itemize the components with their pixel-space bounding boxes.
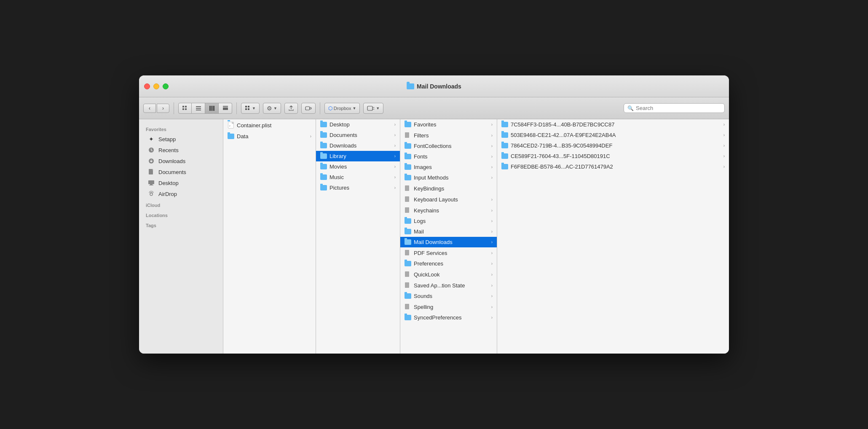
airdrop-icon <box>147 190 155 198</box>
plist-icon: p <box>228 121 234 129</box>
locations-section-title: Locations <box>139 209 223 220</box>
action-button[interactable]: ⚙ ▼ <box>263 103 281 114</box>
list-item-selected[interactable]: Library › <box>316 151 400 161</box>
list-item[interactable]: Sounds › <box>400 291 497 301</box>
list-item[interactable]: Input Methods › <box>400 172 497 183</box>
column-view-button[interactable] <box>205 103 219 114</box>
finder-window: Mail Downloads ‹ › <box>139 75 729 354</box>
folder-icon <box>320 185 327 190</box>
svg-rect-5 <box>196 108 201 109</box>
sidebar-item-airdrop[interactable]: AirDrop <box>141 188 221 199</box>
plain-icon <box>405 282 411 289</box>
list-item[interactable]: QuickLook › <box>400 269 497 280</box>
chevron-icon: › <box>491 240 493 244</box>
folder-icon <box>320 132 327 138</box>
list-item[interactable]: CE589F21-7604-43...5F-11045D80191C › <box>497 151 729 161</box>
list-item[interactable]: Keychains › <box>400 205 497 216</box>
list-item[interactable]: F6F8EDBE-B578-46...AC-21D7761479A2 › <box>497 161 729 172</box>
sidebar-item-documents[interactable]: Documents <box>141 166 221 177</box>
sidebar-item-recents-label: Recents <box>158 147 179 153</box>
toolbar-separator-3 <box>320 102 320 114</box>
list-item[interactable]: p Container.plist <box>223 119 316 131</box>
item-label: Downloads <box>330 142 356 149</box>
svg-rect-14 <box>245 108 247 110</box>
list-item[interactable]: Fonts › <box>400 151 497 162</box>
list-item[interactable]: Images › <box>400 162 497 172</box>
coverflow-view-button[interactable] <box>219 103 232 114</box>
item-label: Input Methods <box>414 174 448 181</box>
group-by-button[interactable]: ▼ <box>241 103 260 114</box>
plain-icon <box>405 185 411 192</box>
svg-rect-15 <box>248 108 249 110</box>
sidebar-item-desktop-label: Desktop <box>158 180 179 186</box>
chevron-icon: › <box>491 165 493 169</box>
sidebar: Favorites ✦ Setapp Recents <box>139 119 223 354</box>
item-label: Music <box>330 174 344 180</box>
sidebar-item-downloads-label: Downloads <box>158 158 185 164</box>
list-item[interactable]: Saved Ap...tion State › <box>400 280 497 291</box>
column-3: Favorites › Filters › FontCollections › <box>400 119 497 354</box>
svg-rect-12 <box>245 106 247 107</box>
tag-button[interactable] <box>301 103 316 114</box>
svg-rect-10 <box>223 107 228 110</box>
folder-icon <box>501 164 508 169</box>
list-item[interactable]: 7C584FF3-D185-4...40B-B7DE7BC9CC87 › <box>497 119 729 130</box>
list-item[interactable]: Spelling › <box>400 301 497 312</box>
sidebar-item-downloads[interactable]: Downloads <box>141 156 221 166</box>
list-item[interactable]: FontCollections › <box>400 141 497 151</box>
list-item[interactable]: Desktop › <box>316 119 400 130</box>
chevron-icon: › <box>394 164 396 169</box>
chevron-icon: › <box>491 315 493 320</box>
back-button[interactable]: ‹ <box>143 104 156 113</box>
list-item[interactable]: Music › <box>316 172 400 182</box>
recents-icon <box>147 146 155 154</box>
dropbox-button[interactable]: ⬡ Dropbox ▼ <box>324 103 360 114</box>
close-button[interactable] <box>144 83 150 89</box>
list-item[interactable]: Filters › <box>400 130 497 141</box>
item-label: Movies <box>330 164 347 170</box>
share-button[interactable] <box>284 103 298 114</box>
folder-icon <box>405 315 411 320</box>
chevron-icon: › <box>491 294 493 298</box>
list-item[interactable]: 7864CED2-719B-4...B35-9C0548994DEF › <box>497 140 729 151</box>
sidebar-item-setapp[interactable]: ✦ Setapp <box>141 134 221 145</box>
list-item[interactable]: Downloads › <box>316 140 400 151</box>
list-item[interactable]: Favorites › <box>400 119 497 130</box>
chevron-icon: › <box>491 175 493 180</box>
chevron-icon: › <box>310 134 311 139</box>
list-item[interactable]: Documents › <box>316 130 400 140</box>
sidebar-item-desktop[interactable]: Desktop <box>141 177 221 188</box>
item-label: 7C584FF3-D185-4...40B-B7DE7BC9CC87 <box>511 121 614 128</box>
folder-icon <box>501 143 508 148</box>
svg-rect-2 <box>182 108 184 110</box>
more-button[interactable]: ▼ <box>363 103 383 114</box>
svg-rect-3 <box>185 108 187 110</box>
search-input[interactable] <box>636 105 721 111</box>
list-item[interactable]: Mail › <box>400 226 497 237</box>
list-item[interactable]: Preferences › <box>400 258 497 269</box>
item-label: Mail Downloads <box>414 239 453 245</box>
list-item[interactable]: Pictures › <box>316 182 400 193</box>
sidebar-item-recents[interactable]: Recents <box>141 145 221 156</box>
list-item[interactable]: Movies › <box>316 161 400 172</box>
toolbar: ‹ › <box>139 97 729 119</box>
folder-icon <box>405 261 411 266</box>
list-item[interactable]: KeyBindings <box>400 183 497 194</box>
list-item-mail-downloads[interactable]: Mail Downloads › <box>400 237 497 247</box>
list-view-button[interactable] <box>192 103 205 114</box>
svg-rect-18 <box>367 106 372 110</box>
search-box[interactable]: 🔍 <box>624 103 725 113</box>
list-item[interactable]: SyncedPreferences › <box>400 312 497 323</box>
forward-button[interactable]: › <box>157 104 169 113</box>
list-item[interactable]: 503E9468-CE21-42...07A-E9FE24E2AB4A › <box>497 130 729 140</box>
list-item[interactable]: PDF Services › <box>400 247 497 258</box>
icon-view-button[interactable] <box>178 103 192 114</box>
maximize-button[interactable] <box>163 83 169 89</box>
minimize-button[interactable] <box>153 83 159 89</box>
list-item[interactable]: Data › <box>223 131 316 142</box>
folder-icon <box>405 143 411 149</box>
list-item[interactable]: Keyboard Layouts › <box>400 194 497 205</box>
toolbar-separator-1 <box>174 102 174 114</box>
list-item[interactable]: Logs › <box>400 216 497 226</box>
folder-icon <box>320 143 327 148</box>
